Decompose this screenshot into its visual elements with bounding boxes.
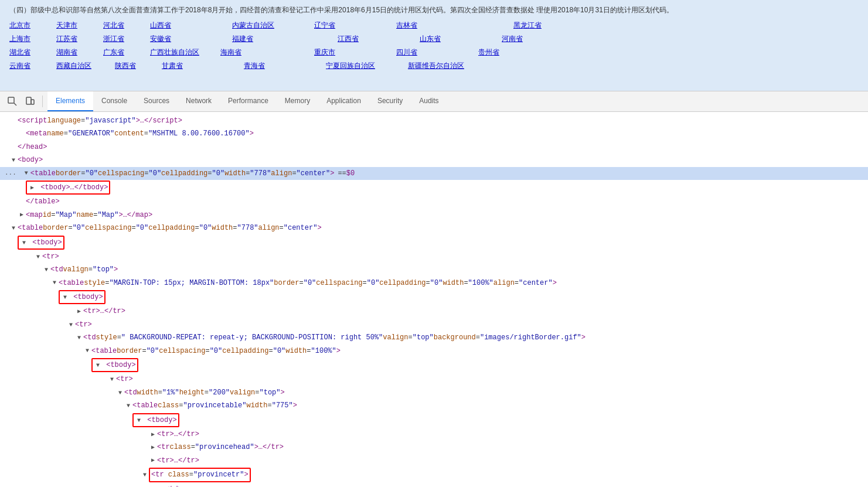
link-guangxi[interactable]: 广西壮族自治区: [150, 47, 209, 57]
link-qinghai[interactable]: 青海省: [244, 61, 291, 71]
triangle-5[interactable]: [22, 168, 30, 178]
link-xizang[interactable]: 西藏自治区: [56, 61, 115, 71]
dom-line-27[interactable]: <tr class="provincetr">: [0, 467, 868, 482]
triangle-19[interactable]: [94, 360, 102, 370]
link-beijing[interactable]: 北京市: [9, 21, 56, 30]
dom-line-24[interactable]: <tr>…</tr>: [0, 428, 868, 441]
link-jiangxi[interactable]: 江西省: [338, 34, 384, 44]
dom-line-22[interactable]: <table class="provincetable" width="775"…: [0, 399, 868, 412]
link-jiangsu[interactable]: 江苏省: [56, 34, 103, 44]
tab-performance[interactable]: Performance: [220, 91, 277, 111]
triangle-16[interactable]: [67, 320, 75, 330]
link-hainan[interactable]: 海南省: [220, 47, 267, 57]
province-row-1: 北京市 天津市 河北省 山西省 内蒙古自治区 辽宁省 吉林省 黑龙江省: [9, 21, 859, 30]
link-sichuan[interactable]: 四川省: [396, 47, 443, 57]
dom-line-26[interactable]: <tr>…</tr>: [0, 454, 868, 467]
dom-line-20[interactable]: <tr>: [0, 373, 868, 386]
link-shaanxi[interactable]: 陕西省: [115, 61, 162, 71]
dom-line-5[interactable]: ... <table border="0" cellspacing="0" ce…: [0, 167, 868, 180]
triangle-28[interactable]: [157, 484, 165, 487]
triangle-11[interactable]: [34, 252, 42, 262]
triangle-4[interactable]: [9, 155, 18, 165]
dom-line-25[interactable]: <tr class="provincehead">…</tr>: [0, 441, 868, 454]
triangle-18[interactable]: [83, 346, 91, 356]
tab-console[interactable]: Console: [93, 91, 135, 111]
dom-line-1[interactable]: <script language="javascript">…</script>: [0, 114, 868, 127]
triangle-13[interactable]: [50, 278, 59, 288]
link-guangdong[interactable]: 广东省: [103, 47, 150, 57]
device-toolbar-button[interactable]: [22, 94, 38, 109]
link-chongqing[interactable]: 重庆市: [314, 47, 361, 57]
dom-line-18[interactable]: <table border="0" cellspacing="0" cellpa…: [0, 345, 868, 357]
tbody-red-box-3: <tbody>: [59, 290, 105, 304]
dom-line-15[interactable]: <tr>…</tr>: [0, 305, 868, 318]
tab-sources[interactable]: Sources: [135, 91, 178, 111]
triangle-20[interactable]: [108, 374, 116, 384]
link-liaoning[interactable]: 辽宁省: [314, 21, 361, 30]
dom-line-12[interactable]: <td valign="top">: [0, 263, 868, 276]
triangle-26[interactable]: [149, 455, 157, 465]
link-shandong[interactable]: 山东省: [420, 34, 467, 44]
link-hebei[interactable]: 河北省: [103, 21, 150, 30]
triangle-14[interactable]: [61, 292, 69, 302]
link-neimenggu[interactable]: 内蒙古自治区: [232, 21, 279, 30]
tab-elements[interactable]: Elements: [47, 91, 93, 111]
tab-security[interactable]: Security: [369, 91, 411, 111]
link-fujian[interactable]: 福建省: [232, 34, 279, 44]
svg-rect-0: [8, 97, 14, 103]
triangle-24[interactable]: [149, 430, 157, 440]
link-zhejiang[interactable]: 浙江省: [103, 34, 150, 44]
province-row-3: 湖北省 湖南省 广东省 广西壮族自治区 海南省 重庆市 四川省 贵州省: [9, 47, 859, 57]
triangle-15[interactable]: [75, 306, 83, 316]
link-heilongjiang[interactable]: 黑龙江省: [513, 21, 560, 30]
tab-memory[interactable]: Memory: [277, 91, 318, 111]
dom-line-13[interactable]: <table style="MARGIN-TOP: 15px; MARGIN-B…: [0, 277, 868, 290]
dom-line-7[interactable]: </table>: [0, 195, 868, 208]
tab-network[interactable]: Network: [178, 91, 220, 111]
dom-line-17[interactable]: <td style=" BACKGROUND-REPEAT: repeat-y;…: [0, 331, 868, 344]
triangle-6[interactable]: [28, 183, 36, 193]
triangle-10[interactable]: [20, 238, 28, 248]
dom-line-23[interactable]: <tbody>: [0, 413, 868, 428]
triangle-23[interactable]: [135, 416, 143, 425]
dom-line-19[interactable]: <tbody>: [0, 357, 868, 373]
dom-line-21[interactable]: <td width="1%" height="200" valign="top"…: [0, 386, 868, 399]
triangle-27[interactable]: [141, 470, 149, 480]
link-yunnan[interactable]: 云南省: [9, 61, 56, 71]
triangle-12[interactable]: [42, 265, 50, 275]
link-tianjin[interactable]: 天津市: [56, 21, 103, 30]
top-description-text: （四）部级中总和识部等自然第八次全面普查清算工作于2018年8月开始，四经普的清…: [9, 5, 859, 16]
link-ningxia[interactable]: 宁夏回族自治区: [326, 61, 396, 71]
dom-line-11[interactable]: <tr>: [0, 250, 868, 263]
dom-line-8[interactable]: <map id="Map" name="Map">…</map>: [0, 209, 868, 222]
link-jilin[interactable]: 吉林省: [396, 21, 443, 30]
tab-bar: Elements Console Sources Network Perform…: [47, 91, 447, 111]
triangle-21[interactable]: [116, 388, 124, 398]
link-anhui[interactable]: 安徽省: [150, 34, 197, 44]
triangle-25[interactable]: [149, 442, 157, 452]
link-guizhou[interactable]: 贵州省: [478, 47, 525, 57]
triangle-17[interactable]: [75, 333, 83, 343]
dom-line-28[interactable]: <td>: [0, 483, 868, 487]
link-shanxi[interactable]: 山西省: [150, 21, 197, 30]
tab-audits[interactable]: Audits: [411, 91, 447, 111]
dom-line-3[interactable]: </head>: [0, 141, 868, 154]
triangle-8[interactable]: [18, 210, 26, 220]
dom-line-10[interactable]: <tbody>: [0, 235, 868, 250]
inspect-element-button[interactable]: [5, 94, 20, 109]
triangle-9[interactable]: [9, 223, 18, 233]
link-hubei[interactable]: 湖北省: [9, 47, 56, 57]
link-shanghai[interactable]: 上海市: [9, 34, 56, 44]
triangle-22[interactable]: [124, 401, 132, 411]
dom-line-6[interactable]: <tbody>…</tbody>: [0, 180, 868, 195]
dom-line-4[interactable]: <body>: [0, 154, 868, 166]
dom-line-16[interactable]: <tr>: [0, 318, 868, 331]
link-gansu[interactable]: 甘肃省: [162, 61, 209, 71]
link-xinjiang[interactable]: 新疆维吾尔自治区: [408, 61, 490, 71]
tab-application[interactable]: Application: [318, 91, 369, 111]
link-hunan[interactable]: 湖南省: [56, 47, 103, 57]
dom-line-2[interactable]: <meta name="GENERATOR" content="MSHTML 8…: [0, 127, 868, 140]
link-henan[interactable]: 河南省: [502, 34, 549, 44]
dom-line-9[interactable]: <table border="0" cellspacing="0" cellpa…: [0, 222, 868, 234]
dom-line-14[interactable]: <tbody>: [0, 290, 868, 305]
